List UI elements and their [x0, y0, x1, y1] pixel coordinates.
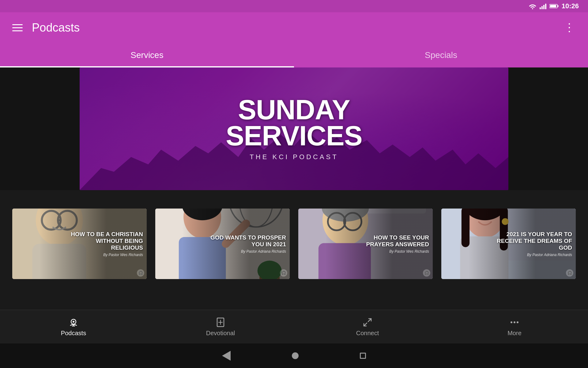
signal-icon — [540, 3, 546, 9]
card-text-3: HOW TO SEE YOUR PRAYERS ANSWERED By Past… — [351, 234, 429, 254]
nav-more-label: More — [507, 330, 522, 337]
card-text-4: 2021 IS YOUR YEAR TO RECEIVE THE DREAMS … — [494, 231, 572, 257]
svg-rect-5 — [557, 5, 558, 7]
podcast-card-4[interactable]: 2021 2021 IS YOUR YEAR TO RECEIVE THE DR… — [441, 209, 576, 279]
podcast-cards-section: Bless the Lord HOW TO BE A CHRISTIAN WIT… — [0, 202, 588, 285]
svg-point-57 — [517, 321, 518, 323]
card-title-4: 2021 IS YOUR YEAR TO RECEIVE THE DREAMS … — [494, 231, 572, 251]
card-podcast-icon-3: 🎧 — [423, 269, 430, 277]
hamburger-button[interactable] — [12, 24, 23, 31]
app-bar: Podcasts ⋮ — [0, 12, 588, 43]
svg-rect-2 — [543, 5, 545, 9]
tab-services[interactable]: Services — [0, 43, 294, 67]
card-title-3: HOW TO SEE YOUR PRAYERS ANSWERED — [351, 234, 429, 248]
hero-banner: SUNDAY SERVICES THE KCI PODCAST — [80, 67, 508, 190]
svg-rect-0 — [540, 7, 541, 9]
battery-icon — [549, 4, 559, 9]
card-title-2: GOD WANTS TO PROSPER YOU IN 2021 — [208, 234, 286, 248]
nav-devotional[interactable]: Devotional — [147, 317, 294, 337]
connect-icon — [362, 317, 373, 328]
more-options-button[interactable]: ⋮ — [564, 21, 576, 34]
card-podcast-icon-1: 🎧 — [137, 269, 144, 277]
card-podcast-icon-4: 🎧 — [566, 269, 573, 277]
svg-rect-1 — [541, 6, 543, 9]
svg-point-47 — [73, 321, 74, 323]
card-title-1: HOW TO BE A CHRISTIAN WITHOUT BEING RELI… — [65, 231, 143, 251]
card-author-3: By Pastor Wes Richards — [351, 249, 429, 253]
tabs-bar: Services Specials — [0, 43, 588, 67]
nav-podcasts-label: Podcasts — [61, 330, 86, 337]
podcasts-icon — [68, 317, 79, 328]
card-text-2: GOD WANTS TO PROSPER YOU IN 2021 By Past… — [208, 234, 286, 254]
tab-specials[interactable]: Specials — [294, 43, 588, 67]
side-panel-left — [0, 67, 80, 190]
status-time: 10:26 — [562, 2, 579, 10]
svg-point-56 — [514, 321, 515, 323]
svg-line-53 — [368, 319, 371, 322]
nav-connect[interactable]: Connect — [294, 317, 441, 337]
hero-title: SUNDAY SERVICES — [226, 97, 362, 149]
card-author-1: By Pastor Wes Richards — [65, 252, 143, 257]
card-podcast-icon-2: 🎧 — [280, 269, 287, 277]
side-panel-right — [508, 67, 588, 190]
nav-devotional-label: Devotional — [206, 330, 235, 337]
status-bar: 10:26 — [0, 0, 588, 12]
devotional-icon — [215, 317, 226, 328]
card-text-1: HOW TO BE A CHRISTIAN WITHOUT BEING RELI… — [65, 231, 143, 257]
podcast-card-1[interactable]: Bless the Lord HOW TO BE A CHRISTIAN WIT… — [12, 209, 147, 279]
svg-line-54 — [364, 323, 367, 326]
hero-subtitle: THE KCI PODCAST — [226, 153, 362, 161]
svg-rect-6 — [550, 5, 556, 7]
nav-podcasts[interactable]: Podcasts — [0, 317, 147, 337]
svg-point-55 — [511, 321, 512, 323]
nav-connect-label: Connect — [356, 330, 379, 337]
svg-rect-3 — [545, 4, 546, 9]
system-nav-bar — [0, 343, 588, 368]
home-button[interactable] — [292, 352, 299, 359]
nav-more[interactable]: More — [441, 317, 588, 337]
wifi-icon — [529, 3, 537, 9]
podcast-card-3[interactable]: Trust in the Lord... HOW TO SEE YOUR PRA… — [298, 209, 433, 279]
status-icons: 10:26 — [529, 2, 579, 10]
back-button[interactable] — [222, 351, 231, 361]
more-icon — [509, 317, 520, 328]
podcast-card-2[interactable]: GOD WANTS TO PROSPER YOU IN 2021 By Past… — [155, 209, 290, 279]
card-author-4: By Pastor Adriana Richards — [494, 252, 572, 257]
bottom-navigation: Podcasts Devotional Connect More — [0, 310, 588, 343]
recents-button[interactable] — [360, 353, 366, 359]
card-author-2: By Pastor Adriana Richards — [208, 249, 286, 253]
app-title: Podcasts — [32, 21, 564, 34]
hero-content: SUNDAY SERVICES THE KCI PODCAST — [226, 97, 362, 161]
